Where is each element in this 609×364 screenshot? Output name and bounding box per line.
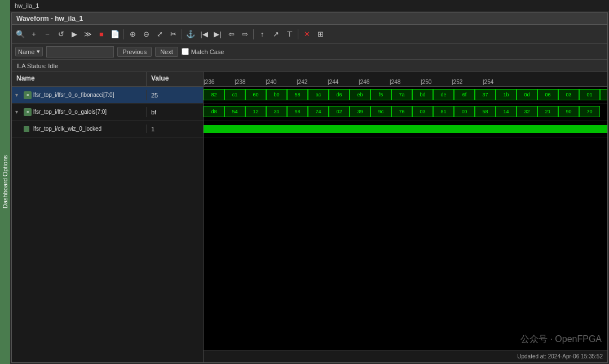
- add-btn[interactable]: +: [28, 28, 40, 41]
- main-content: hw_ila_1 Waveform - hw_ila_1 🔍 + − ↺ ▶ ≫…: [10, 0, 609, 364]
- fib-cell: c1: [224, 89, 245, 100]
- signal-value-2: bf: [147, 108, 203, 117]
- dropdown-label: Name: [18, 48, 34, 55]
- galois-cell: 14: [496, 106, 517, 117]
- remove-btn[interactable]: −: [41, 28, 54, 41]
- timestamp: Updated at: 2024-Apr-06 15:35:52: [517, 353, 603, 359]
- pin-btn[interactable]: ⚓: [184, 28, 197, 41]
- galois-cell: 32: [517, 106, 537, 117]
- expand-icon-2[interactable]: ▾: [15, 109, 22, 115]
- fib-cell: de: [433, 89, 454, 100]
- expand-icon-1[interactable]: ▾: [15, 92, 22, 98]
- galois-cell: 81: [433, 106, 454, 117]
- galois-cell: 98: [287, 106, 308, 117]
- waveform-panel: Waveform - hw_ila_1 🔍 + − ↺ ▶ ≫ ■ 📄 ⊕ ⊖ …: [11, 12, 608, 363]
- fib-cell: 82: [204, 89, 224, 100]
- sep1: [123, 29, 124, 39]
- zoom-out-btn[interactable]: ⊖: [140, 28, 152, 41]
- signal-row[interactable]: ▾ ≡ lfsr_top_i/lfsr_0_o_fibonacci[7:0] 2…: [12, 87, 203, 104]
- time-tick-label: |248: [390, 79, 400, 85]
- match-case-checkbox[interactable]: [182, 48, 189, 55]
- time-ruler: |236|238|240|242|244|246|248|250|252|254: [204, 72, 607, 87]
- signal-single-icon-3: [24, 126, 29, 132]
- galois-cell: 58: [475, 106, 496, 117]
- galois-cell: 12: [245, 106, 266, 117]
- next-edge-btn[interactable]: ⇨: [239, 28, 251, 41]
- fit-btn[interactable]: ⤢: [153, 28, 166, 41]
- waveform-body: Name Value ▾ ≡ lfsr_top_i/lfsr_0_o_fibon…: [12, 72, 607, 362]
- search-dropdown[interactable]: Name ▾: [15, 47, 43, 56]
- stop-btn[interactable]: ■: [95, 28, 108, 41]
- signal-label-2: lfsr_top_i/lfsr_0_o_galois[7:0]: [33, 109, 107, 115]
- time-tick-label: |236: [204, 79, 214, 85]
- time-tick-label: |238: [235, 79, 245, 85]
- app-title: hw_ila_1: [15, 2, 39, 9]
- cut-btn[interactable]: ✂: [167, 28, 179, 41]
- fib-cell: 6f: [454, 89, 475, 100]
- fib-cell: 0d: [517, 89, 537, 100]
- last-btn[interactable]: ▶|: [211, 28, 224, 41]
- signal-header: Name Value: [12, 72, 203, 87]
- signal-panel: Name Value ▾ ≡ lfsr_top_i/lfsr_0_o_fibon…: [12, 72, 204, 362]
- status-bar: ILA Status: Idle: [12, 60, 607, 72]
- galois-cell: 03: [412, 106, 433, 117]
- signal-value-3: 1: [147, 125, 203, 134]
- search-btn[interactable]: 🔍: [14, 28, 27, 41]
- fib-cell: eb: [350, 89, 370, 100]
- galois-cell: 76: [391, 106, 412, 117]
- fastforward-btn[interactable]: ≫: [82, 28, 94, 41]
- galois-wave-row: d8541231987402399c760381c0581432219070: [204, 104, 607, 121]
- match-case-label[interactable]: Match Case: [182, 48, 224, 55]
- delete-btn[interactable]: ✕: [301, 28, 313, 41]
- watermark: 公众号 · OpenFPGA: [520, 334, 602, 345]
- first-btn[interactable]: |◀: [198, 28, 210, 41]
- signal-label-1: lfsr_top_i/lfsr_0_o_fibonacci[7:0]: [33, 92, 114, 98]
- bottom-bar: Updated at: 2024-Apr-06 15:35:52: [204, 350, 607, 362]
- play-btn[interactable]: ▶: [68, 28, 81, 41]
- fib-cell: d6: [329, 89, 350, 100]
- fib-cell: b0: [266, 89, 287, 100]
- fib-cell: 0: [600, 89, 607, 100]
- signal-row[interactable]: ▾ lfsr_top_i/clk_wiz_0_locked 1: [12, 121, 203, 137]
- waveform-area: |236|238|240|242|244|246|248|250|252|254…: [204, 72, 607, 362]
- fib-cell: 60: [245, 89, 266, 100]
- t3-btn[interactable]: ⊤: [283, 28, 295, 41]
- signal-name-1: ▾ ≡ lfsr_top_i/lfsr_0_o_fibonacci[7:0]: [12, 90, 147, 100]
- col-name-header: Name: [12, 72, 147, 86]
- signal-row[interactable]: ▾ ≡ lfsr_top_i/lfsr_0_o_galois[7:0] bf: [12, 104, 203, 121]
- title-bar: hw_ila_1: [10, 0, 609, 11]
- galois-cell: 54: [224, 106, 245, 117]
- signal-name-2: ▾ ≡ lfsr_top_i/lfsr_0_o_galois[7:0]: [12, 107, 147, 117]
- search-input[interactable]: [46, 46, 114, 57]
- chevron-down-icon: ▾: [37, 48, 40, 55]
- galois-cell: 02: [329, 106, 350, 117]
- refresh-btn[interactable]: ↺: [55, 28, 67, 41]
- galois-cell: 21: [537, 106, 558, 117]
- t1-btn[interactable]: ↑: [256, 28, 268, 41]
- time-tick-label: |242: [297, 79, 307, 85]
- sep3: [253, 29, 254, 39]
- doc-btn[interactable]: 📄: [109, 28, 121, 41]
- sep4: [298, 29, 298, 39]
- waveform-title: Waveform - hw_ila_1: [12, 13, 607, 25]
- more-btn[interactable]: ⊞: [314, 28, 326, 41]
- status-label: ILA Status:: [16, 63, 46, 69]
- galois-cell: 74: [308, 106, 329, 117]
- match-case-text: Match Case: [191, 48, 224, 55]
- signal-name-3: ▾ lfsr_top_i/clk_wiz_0_locked: [12, 125, 147, 133]
- next-button[interactable]: Next: [155, 47, 178, 57]
- galois-cell: d8: [204, 106, 224, 117]
- fib-wave-row: 82c160b058acd6ebf57abdde6f371b0d0603010: [204, 87, 607, 104]
- fib-cell: 06: [537, 89, 558, 100]
- signal-bus-icon-1: ≡: [24, 91, 32, 99]
- time-tick-label: |254: [483, 79, 493, 85]
- prev-edge-btn[interactable]: ⇦: [225, 28, 237, 41]
- waveform-signals: 82c160b058acd6ebf57abdde6f371b0d0603010 …: [204, 87, 607, 350]
- locked-wave-row: [204, 121, 607, 137]
- galois-cell: 31: [266, 106, 287, 117]
- t2-btn[interactable]: ↗: [270, 28, 282, 41]
- fib-cell: 1b: [496, 89, 517, 100]
- previous-button[interactable]: Previous: [117, 47, 152, 57]
- zoom-in-btn[interactable]: ⊕: [126, 28, 139, 41]
- search-bar: Name ▾ Previous Next Match Case: [12, 44, 607, 60]
